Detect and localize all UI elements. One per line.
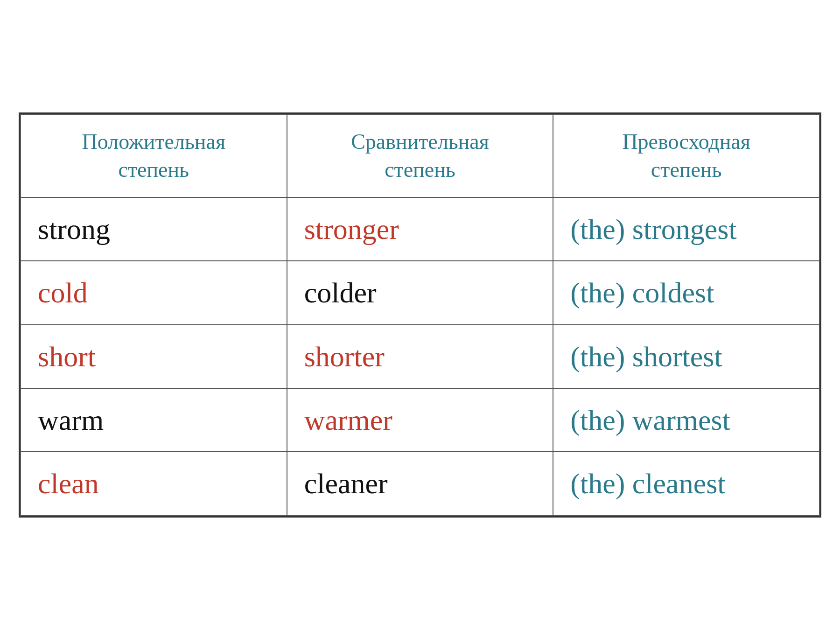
- superlative-cell: (the) warmest: [553, 388, 819, 452]
- positive-cell: cold: [21, 261, 287, 324]
- comparative-cell: colder: [287, 261, 553, 324]
- table-row: strongstronger(the) strongest: [21, 197, 819, 261]
- superlative-cell: (the) coldest: [553, 261, 819, 324]
- table-row: warmwarmer(the) warmest: [21, 388, 819, 452]
- superlative-cell: (the) cleanest: [553, 452, 819, 515]
- table-row: coldcolder(the) coldest: [21, 261, 819, 324]
- superlative-cell: (the) strongest: [553, 197, 819, 261]
- positive-cell: warm: [21, 388, 287, 452]
- comparative-cell: stronger: [287, 197, 553, 261]
- header-comparative: Сравнительная степень: [287, 114, 553, 197]
- header-superlative: Превосходная степень: [553, 114, 819, 197]
- header-positive: Положительная степень: [21, 114, 287, 197]
- adjectives-table: Положительная степень Сравнительная степ…: [19, 112, 821, 518]
- positive-cell: clean: [21, 452, 287, 515]
- comparative-cell: shorter: [287, 325, 553, 388]
- comparative-cell: warmer: [287, 388, 553, 452]
- superlative-cell: (the) shortest: [553, 325, 819, 388]
- comparative-cell: cleaner: [287, 452, 553, 515]
- table-row: cleancleaner(the) cleanest: [21, 452, 819, 515]
- positive-cell: strong: [21, 197, 287, 261]
- header-row: Положительная степень Сравнительная степ…: [21, 114, 819, 197]
- positive-cell: short: [21, 325, 287, 388]
- table-row: shortshorter(the) shortest: [21, 325, 819, 388]
